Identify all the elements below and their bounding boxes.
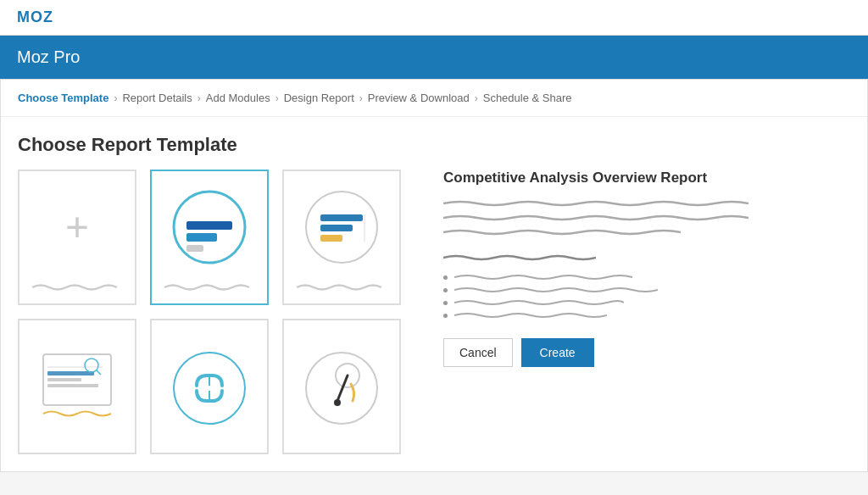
top-bar: MOZ	[0, 0, 868, 36]
list-line-2	[454, 286, 658, 294]
svg-point-16	[174, 353, 245, 424]
list-line-3	[454, 298, 624, 307]
template-card-link[interactable]	[150, 319, 269, 454]
list-item-2	[443, 286, 850, 294]
detail-panel: Competitive Analysis Overview Report	[426, 170, 850, 454]
link-icon	[171, 350, 248, 426]
breadcrumb-sep-3: ›	[275, 92, 279, 104]
detail-description	[443, 198, 850, 237]
main-container: Choose Template › Report Details › Add M…	[0, 79, 868, 472]
barchart-icon-area	[292, 180, 391, 275]
detail-list	[443, 273, 850, 320]
svg-rect-1	[186, 221, 232, 230]
barchart-icon	[303, 189, 380, 265]
template-card-analytics[interactable]	[18, 319, 136, 454]
svg-rect-12	[47, 378, 81, 381]
blank-card-label	[28, 280, 126, 298]
content-area: +	[1, 170, 867, 471]
list-line-1	[454, 273, 641, 281]
competitive-card-label	[160, 280, 259, 298]
subtitle-line	[443, 253, 596, 263]
svg-rect-2	[186, 233, 217, 242]
bullet-4	[443, 314, 448, 318]
analytics-icon-area	[28, 329, 126, 448]
breadcrumb-sep-2: ›	[198, 92, 201, 104]
template-grid: +	[18, 170, 401, 454]
competitive-icon	[171, 189, 248, 265]
breadcrumb-item-1[interactable]: Choose Template	[18, 92, 108, 104]
template-card-funnel[interactable]	[282, 319, 401, 454]
link-icon-area	[160, 329, 259, 448]
list-item-1	[443, 273, 850, 281]
svg-point-14	[85, 359, 98, 372]
desc-line-1	[443, 198, 748, 209]
breadcrumb: Choose Template › Report Details › Add M…	[1, 80, 867, 117]
list-line-4	[454, 311, 607, 320]
svg-rect-11	[47, 371, 94, 375]
svg-rect-13	[47, 384, 98, 387]
header-band: Moz Pro	[0, 36, 868, 79]
bullet-2	[443, 288, 448, 292]
list-item-3	[443, 298, 850, 307]
bullet-1	[443, 275, 448, 280]
product-title: Moz Pro	[17, 47, 851, 67]
funnel-icon-area	[292, 329, 391, 448]
svg-rect-5	[320, 214, 363, 221]
breadcrumb-item-4[interactable]: Design Report	[284, 92, 354, 104]
svg-rect-3	[186, 245, 203, 252]
barchart-card-label	[292, 280, 391, 298]
wavy-line-blank	[28, 280, 121, 295]
blank-icon-area: +	[28, 180, 126, 275]
moz-logo: MOZ	[17, 8, 851, 26]
svg-point-22	[334, 399, 341, 406]
analytics-icon	[39, 350, 115, 426]
bullet-3	[443, 301, 448, 305]
svg-line-15	[97, 370, 101, 375]
create-button[interactable]: Create	[521, 338, 594, 367]
desc-line-3	[443, 227, 681, 237]
plus-icon: +	[65, 207, 89, 248]
wavy-line-competitive	[160, 280, 253, 295]
action-buttons: Cancel Create	[443, 338, 850, 367]
template-card-competitive[interactable]	[150, 170, 269, 305]
breadcrumb-sep-5: ›	[475, 92, 478, 104]
detail-title: Competitive Analysis Overview Report	[443, 170, 850, 186]
breadcrumb-sep-4: ›	[359, 92, 363, 104]
breadcrumb-item-3[interactable]: Add Modules	[206, 92, 270, 104]
breadcrumb-item-2[interactable]: Report Details	[122, 92, 192, 104]
breadcrumb-item-6[interactable]: Schedule & Share	[483, 92, 572, 104]
desc-line-2	[443, 213, 748, 223]
breadcrumb-sep-1: ›	[114, 92, 117, 104]
page-title: Choose Report Template	[1, 117, 867, 170]
wavy-line-barchart	[292, 280, 386, 295]
svg-line-21	[337, 375, 348, 401]
funnel-icon	[303, 350, 380, 426]
svg-rect-7	[320, 235, 342, 242]
breadcrumb-item-5[interactable]: Preview & Download	[368, 92, 470, 104]
list-item-4	[443, 311, 850, 320]
svg-rect-6	[320, 225, 353, 231]
template-card-blank[interactable]: +	[18, 170, 136, 305]
cancel-button[interactable]: Cancel	[443, 338, 513, 367]
competitive-icon-area	[160, 180, 259, 275]
template-card-barchart[interactable]	[282, 170, 401, 305]
